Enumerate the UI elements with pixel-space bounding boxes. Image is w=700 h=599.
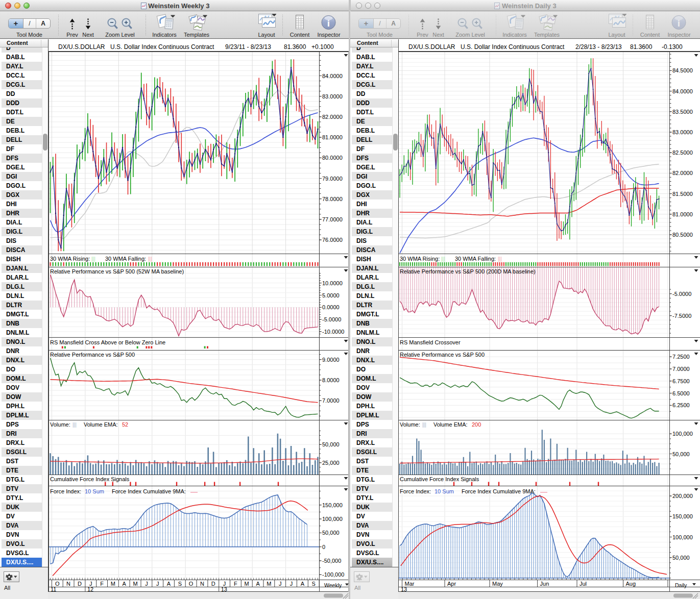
svg-text:O: O [55, 581, 60, 587]
svg-text:10.0000: 10.0000 [322, 280, 343, 286]
svg-text:80.0000: 80.0000 [322, 155, 343, 161]
svg-text:13: 13 [221, 586, 227, 592]
svg-text:0: 0 [322, 544, 325, 550]
svg-text:Jun: Jun [540, 581, 549, 587]
svg-text:RS Mansfield Cross Above or Be: RS Mansfield Cross Above or Below Zero L… [50, 339, 165, 345]
svg-text:8.0000: 8.0000 [322, 377, 340, 383]
svg-text:10 Sum: 10 Sum [435, 488, 454, 494]
svg-text:F: F [100, 581, 104, 587]
svg-text:13: 13 [401, 586, 407, 592]
svg-text:12: 12 [87, 586, 93, 592]
svg-text:i: i [327, 18, 330, 29]
svg-text:J: J [89, 581, 92, 587]
svg-text:F: F [234, 581, 237, 587]
svg-text:11: 11 [51, 586, 56, 592]
svg-text:May: May [492, 581, 503, 587]
svg-text:150,000: 150,000 [672, 513, 693, 519]
svg-text:6.7500: 6.7500 [672, 378, 690, 384]
svg-text:S: S [312, 581, 316, 587]
svg-text:82.0000: 82.0000 [322, 114, 343, 120]
svg-text:Relative Performance vs S&P 50: Relative Performance vs S&P 500 [400, 352, 485, 358]
svg-text:84.0000: 84.0000 [672, 88, 693, 94]
svg-text:|||: ||| [498, 256, 502, 262]
svg-text:50,000: 50,000 [322, 530, 340, 536]
svg-text:N: N [66, 581, 70, 587]
svg-text:Volume EMA:: Volume EMA: [84, 421, 118, 428]
svg-text:Volume:: Volume: [50, 421, 70, 428]
svg-text:100,000: 100,000 [672, 431, 693, 437]
svg-text:S: S [178, 581, 182, 587]
svg-text:J: J [279, 581, 282, 587]
svg-text:25,000: 25,000 [322, 460, 340, 466]
svg-text:M: M [245, 581, 249, 587]
svg-text:J: J [223, 581, 226, 587]
svg-text:-10.0000: -10.0000 [322, 329, 344, 335]
svg-text:84.5000: 84.5000 [672, 67, 693, 73]
svg-text:-7.5000: -7.5000 [672, 313, 691, 319]
svg-text:Force Index Cumulative 9MA:: Force Index Cumulative 9MA: [462, 488, 536, 494]
svg-text:O: O [189, 581, 194, 587]
svg-text:30 WMA Rising:: 30 WMA Rising: [400, 256, 440, 262]
svg-text:|||: ||| [422, 422, 426, 428]
svg-text:D: D [211, 581, 215, 587]
svg-text:100,000: 100,000 [322, 516, 343, 522]
svg-text:7.0000: 7.0000 [672, 366, 690, 372]
svg-text:i: i [678, 18, 680, 29]
svg-text:6.2500: 6.2500 [672, 402, 690, 408]
svg-text:50,000: 50,000 [672, 451, 690, 457]
svg-text:Force Index:: Force Index: [400, 488, 431, 494]
svg-text:50,000: 50,000 [672, 555, 690, 561]
svg-text:30 WMA Falling:: 30 WMA Falling: [105, 256, 146, 262]
svg-text:80.5000: 80.5000 [672, 232, 693, 238]
svg-text:J: J [145, 581, 148, 587]
svg-text:A: A [301, 581, 305, 587]
svg-text:0.0000: 0.0000 [322, 304, 340, 310]
svg-text:82.5000: 82.5000 [672, 149, 693, 156]
svg-text:M: M [133, 581, 137, 587]
svg-text:200,000: 200,000 [672, 493, 693, 499]
svg-text:J: J [156, 581, 159, 587]
svg-text:RS Mansfield Crossover: RS Mansfield Crossover [400, 339, 461, 345]
svg-text:M: M [111, 581, 115, 587]
svg-text:81.0000: 81.0000 [322, 134, 343, 140]
svg-text:Daily: Daily [675, 582, 687, 588]
svg-text:79.0000: 79.0000 [322, 176, 343, 182]
svg-text:D: D [78, 581, 82, 587]
svg-text:Cumulative Force Index Signals: Cumulative Force Index Signals [400, 476, 479, 482]
svg-text:77.0000: 77.0000 [322, 216, 343, 222]
svg-text:83.0000: 83.0000 [672, 129, 693, 135]
svg-text:M: M [267, 581, 271, 587]
svg-text:78.0000: 78.0000 [322, 196, 343, 202]
svg-text:N: N [200, 581, 204, 587]
svg-text:83.5000: 83.5000 [672, 109, 693, 115]
svg-text:82.0000: 82.0000 [672, 170, 693, 176]
svg-text:A: A [256, 581, 260, 587]
svg-text:84.0000: 84.0000 [322, 73, 343, 79]
svg-text:Mar: Mar [405, 581, 415, 587]
svg-text:100,000: 100,000 [672, 534, 693, 540]
svg-text:10 Sum: 10 Sum [85, 488, 104, 494]
svg-text:|||: ||| [73, 422, 77, 428]
svg-text:-50,000: -50,000 [322, 558, 341, 564]
svg-text:Force Index:: Force Index: [50, 488, 81, 494]
svg-text:|||: ||| [91, 256, 95, 262]
svg-text:Relative Performance vs S&P 50: Relative Performance vs S&P 500 (200D MA… [400, 268, 536, 274]
svg-text:76.0000: 76.0000 [322, 237, 343, 243]
svg-text:Volume EMA:: Volume EMA: [433, 421, 468, 428]
svg-text:83.0000: 83.0000 [322, 93, 343, 99]
svg-text:5.0000: 5.0000 [322, 292, 340, 298]
svg-text:|||: ||| [148, 256, 152, 262]
svg-text:30 WMA Falling:: 30 WMA Falling: [455, 256, 496, 262]
svg-text:Relative Performance vs S&P 50: Relative Performance vs S&P 500 (52W MA … [50, 268, 184, 274]
svg-text:Aug: Aug [626, 581, 636, 587]
svg-text:-5.0000: -5.0000 [672, 291, 691, 297]
svg-text:6.5000: 6.5000 [672, 390, 690, 396]
svg-text:A: A [123, 581, 127, 587]
svg-text:150,000: 150,000 [322, 502, 343, 508]
svg-text:Jul: Jul [580, 581, 587, 587]
svg-text:Apr: Apr [447, 581, 456, 587]
svg-text:52: 52 [122, 421, 128, 428]
svg-text:|||: ||| [441, 256, 445, 262]
svg-text:A: A [167, 581, 171, 587]
svg-text:7.2500: 7.2500 [672, 354, 690, 360]
